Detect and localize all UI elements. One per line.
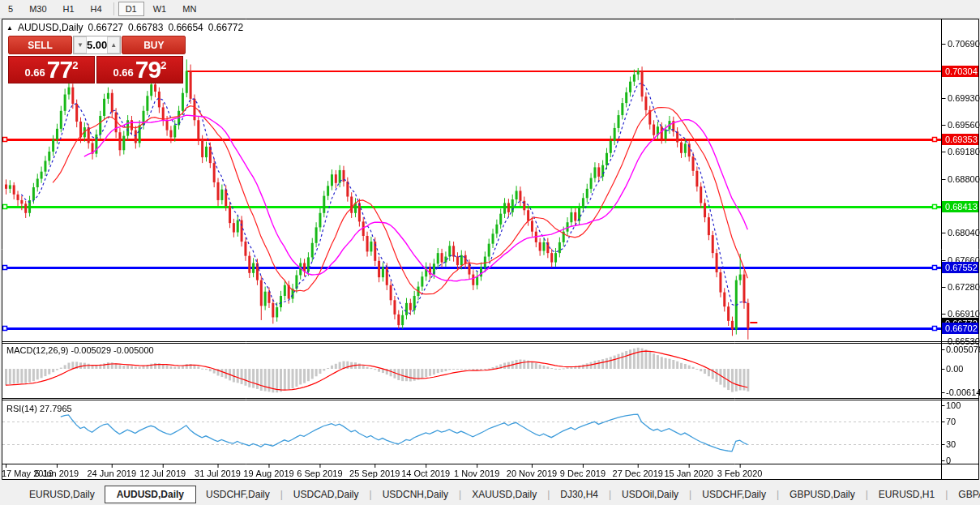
tab-eurusd-h1[interactable]: EURUSD,H1	[869, 486, 944, 503]
timeframe-button-w1[interactable]: W1	[146, 2, 174, 16]
tab-separator: |	[689, 489, 691, 500]
bid-pip-digit: 2	[72, 57, 78, 71]
tab-usdchf-daily[interactable]: USDCHF,Daily	[196, 486, 280, 503]
macd-indicator-label: MACD(12,26,9) -0.005029 -0.005000	[6, 345, 154, 355]
rsi-indicator-label: RSI(14) 27.7965	[6, 404, 72, 413]
tab-separator: |	[945, 489, 948, 500]
buy-button[interactable]: BUY	[122, 36, 186, 54]
ask-pip-digit: 2	[160, 57, 166, 71]
tab-gbpaud-h1[interactable]: GBPAUD,H1	[948, 486, 980, 503]
timeframe-button-h1[interactable]: H1	[56, 2, 82, 16]
timeframe-toolbar: 5M30H1H4D1W1MN	[0, 0, 980, 19]
toolbar-divider	[113, 2, 114, 15]
tab-gbpusd-daily[interactable]: GBPUSD,Daily	[780, 486, 865, 503]
one-click-trading-panel: SELL ▼ 5.00 ▲ BUY 0.66 77 2 0.66 79 2	[8, 36, 183, 83]
tab-xauusd-daily[interactable]: XAUUSD,Daily	[462, 486, 546, 503]
ask-price-box[interactable]: 0.66 79 2	[96, 56, 183, 83]
ohlc-values: 0.66727 0.66783 0.66654 0.66772	[88, 22, 244, 33]
open-value: 0.66727	[88, 22, 123, 33]
tab-usdchf-daily[interactable]: USDCHF,Daily	[692, 486, 776, 503]
sell-button[interactable]: SELL	[8, 36, 72, 54]
timeframe-button-mn[interactable]: MN	[175, 2, 203, 16]
timeframe-button-h4[interactable]: H4	[83, 2, 109, 16]
tab-separator: |	[547, 489, 550, 500]
tab-separator: |	[459, 489, 461, 500]
volume-input[interactable]: 5.00	[87, 36, 107, 53]
timeframe-button-5[interactable]: 5	[1, 2, 20, 16]
tab-usdoil-daily[interactable]: USDOil,Daily	[612, 486, 688, 503]
bid-price-box[interactable]: 0.66 77 2	[8, 56, 95, 83]
bid-prefix: 0.66	[25, 66, 45, 83]
volume-decrease-button[interactable]: ▼	[74, 36, 87, 53]
chart-symbol-label: AUDUSD,Daily	[18, 22, 83, 33]
ask-prefix: 0.66	[113, 66, 134, 83]
collapse-chart-icon[interactable]: ▲	[6, 24, 13, 32]
close-value: 0.66772	[208, 22, 243, 33]
chart-title: ▲ AUDUSD,Daily 0.66727 0.66783 0.66654 0…	[6, 22, 243, 33]
high-value: 0.66783	[128, 22, 163, 33]
ask-big-digits: 79	[135, 56, 160, 83]
tab-separator: |	[866, 489, 868, 500]
volume-increase-button[interactable]: ▲	[107, 36, 120, 53]
tab-eurusd-daily[interactable]: EURUSD,Daily	[19, 486, 105, 503]
tab-separator: |	[280, 489, 283, 500]
tab-dj30-h4[interactable]: DJ30,H4	[550, 486, 608, 503]
tab-usdcnh-daily[interactable]: USDCNH,Daily	[373, 486, 458, 503]
chart-tab-bar: EURUSD,DailyAUDUSD,DailyUSDCHF,Daily|USD…	[0, 484, 980, 505]
tab-separator: |	[609, 489, 611, 500]
timeframe-button-d1[interactable]: D1	[118, 2, 144, 16]
volume-spinner: ▼ 5.00 ▲	[73, 36, 121, 54]
bid-big-digits: 77	[47, 56, 72, 83]
tab-usdcad-daily[interactable]: USDCAD,Daily	[284, 486, 369, 503]
mt4-window: 5M30H1H4D1W1MN ▲ AUDUSD,Daily 0.66727 0.…	[0, 0, 980, 505]
timeframe-button-m30[interactable]: M30	[22, 2, 53, 16]
tab-audusd-daily[interactable]: AUDUSD,Daily	[105, 486, 196, 503]
tab-separator: |	[777, 489, 779, 500]
low-value: 0.66654	[168, 22, 203, 33]
tab-separator: |	[370, 489, 372, 500]
